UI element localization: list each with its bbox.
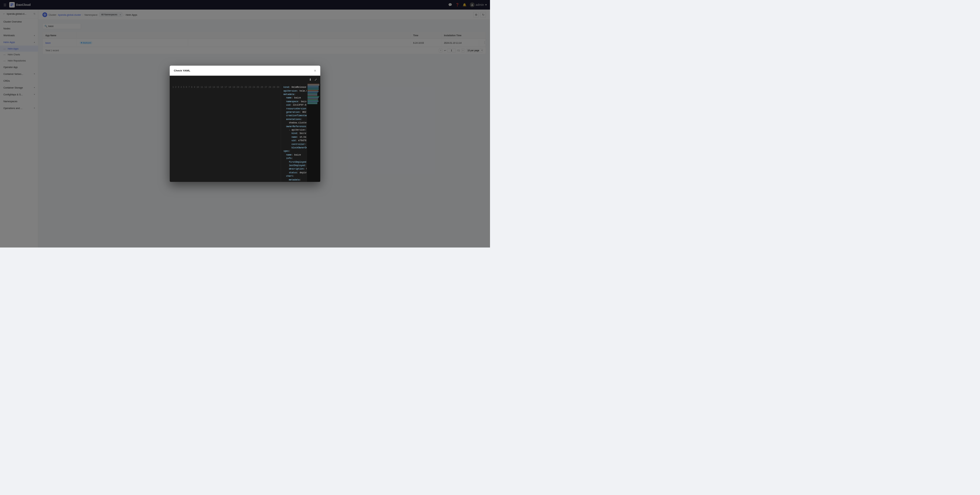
modal-header: Check YAML ✕: [170, 66, 320, 76]
modal-overlay: Check YAML ✕ ⬇ ⤢ 1 2 3 4 5 6 7 8 9 10 11…: [0, 0, 490, 248]
line-numbers: 1 2 3 4 5 6 7 8 9 10 11 12 13 14 15 16 1…: [170, 84, 281, 182]
download-button[interactable]: ⬇: [308, 77, 312, 82]
modal-close-button[interactable]: ✕: [314, 69, 317, 73]
code-content: kind: HelmRelease apiVersion: helm.kpand…: [281, 84, 307, 182]
code-area: 1 2 3 4 5 6 7 8 9 10 11 12 13 14 15 16 1…: [170, 84, 320, 182]
modal-title: Check YAML: [174, 69, 190, 72]
code-minimap: [307, 84, 320, 182]
yaml-modal: Check YAML ✕ ⬇ ⤢ 1 2 3 4 5 6 7 8 9 10 11…: [170, 66, 320, 182]
modal-toolbar: ⬇ ⤢: [170, 76, 320, 84]
fullscreen-button[interactable]: ⤢: [314, 77, 318, 82]
